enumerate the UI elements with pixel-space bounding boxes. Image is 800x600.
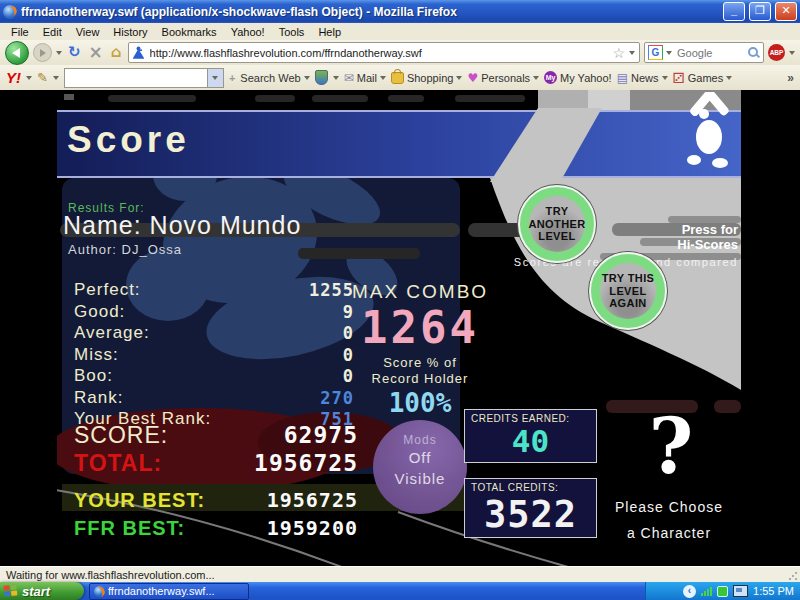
flash-score-screen: Score Press for Hi-Scores (0, 90, 800, 566)
total-row: TOTAL:1956725 (74, 450, 358, 477)
credits-earned-label: CREDITS EARNED: (465, 410, 596, 424)
record-holder-label: Score % of Record Holder (330, 355, 510, 387)
try-another-level-button[interactable]: TRY ANOTHER LEVEL (518, 185, 596, 263)
location-dropdown-caret[interactable] (629, 51, 635, 55)
home-button[interactable]: ⌂ (109, 45, 124, 60)
ffr-best-row: FFR BEST:1959200 (74, 516, 358, 540)
yahoo-logo-caret[interactable] (26, 76, 32, 80)
yahoo-logo[interactable]: Y! (6, 69, 21, 86)
stat-row-perfect: Perfect:1255 (74, 280, 354, 302)
google-search-box: G (644, 42, 764, 63)
toolbar-handle-icon: + (229, 72, 235, 84)
yahoo-shopping[interactable]: Shopping (391, 72, 463, 84)
system-tray: ‹ 1:55 PM (645, 582, 800, 600)
adblock-plus-icon[interactable]: ABP (768, 44, 785, 61)
abp-dropdown-caret[interactable] (789, 51, 795, 55)
try-this-level-again-button[interactable]: TRY THIS LEVEL AGAIN (589, 252, 667, 330)
firefox-icon (94, 586, 105, 597)
search-magnifier-icon[interactable] (747, 46, 760, 59)
close-button[interactable]: ✕ (775, 2, 797, 21)
shield-caret[interactable] (333, 76, 339, 80)
menu-file[interactable]: File (4, 24, 36, 40)
back-button[interactable] (5, 41, 29, 65)
mail-caret[interactable] (380, 76, 386, 80)
forward-button[interactable] (33, 43, 52, 62)
yahoo-my-yahoo[interactable]: My My Yahoo! (544, 71, 612, 84)
menu-view[interactable]: View (69, 24, 107, 40)
windows-flag-icon (3, 584, 18, 598)
mods-circle[interactable]: Mods Off Visible (373, 420, 467, 514)
my-yahoo-icon: My (544, 71, 557, 84)
total-credits-value: 3522 (465, 496, 596, 533)
mail-envelope-icon: ✉ (344, 72, 354, 84)
network-monitor-icon[interactable] (733, 585, 748, 597)
max-combo-block: MAX COMBO 1264 Score % of Record Holder … (330, 281, 510, 417)
pencil-icon[interactable]: ✎ (37, 70, 48, 85)
max-combo-value: 1264 (330, 303, 510, 353)
games-caret[interactable] (726, 76, 732, 80)
mods-visible: Visible (373, 468, 467, 489)
menu-yahoo[interactable]: Yahoo! (224, 24, 272, 40)
tray-status-icon[interactable] (717, 586, 728, 597)
character-question-mark[interactable]: ? (634, 402, 708, 491)
menu-help[interactable]: Help (311, 24, 348, 40)
browser-window: ffrndanotherway.swf (application/x-shock… (0, 0, 800, 600)
yahoo-search-box (64, 68, 224, 88)
status-bar: Waiting for www.flashflashrevolution.com… (0, 566, 800, 583)
toolbar-overflow-chevron[interactable]: » (787, 71, 794, 85)
clock: 1:55 PM (753, 585, 794, 597)
personals-caret[interactable] (533, 76, 539, 80)
menu-history[interactable]: History (106, 24, 154, 40)
hearts-icon: ♥ (467, 72, 478, 84)
location-bar: ☆ (128, 42, 640, 63)
search-input[interactable] (675, 46, 744, 60)
taskbar: start ffrndanotherway.swf... ‹ 1:55 PM (0, 582, 800, 600)
song-name: Name: Novo Mundo (63, 211, 301, 240)
start-button[interactable]: start (0, 582, 84, 600)
yahoo-personals[interactable]: ♥ Personals (467, 72, 539, 84)
dice-icon: ⚂ (673, 72, 685, 84)
menu-bookmarks[interactable]: Bookmarks (155, 24, 224, 40)
shopping-bag-icon (391, 72, 404, 84)
signal-strength-icon[interactable] (701, 586, 712, 596)
menu-edit[interactable]: Edit (36, 24, 69, 40)
total-credits-label: TOTAL CREDITS: (465, 479, 596, 493)
search-web-caret[interactable] (304, 76, 310, 80)
stat-row-good: Good:9 (74, 302, 354, 324)
bookmark-star-icon[interactable]: ☆ (612, 46, 625, 60)
shopping-caret[interactable] (456, 76, 462, 80)
resize-grip[interactable] (788, 571, 798, 581)
window-title: ffrndanotherway.swf (application/x-shock… (21, 5, 719, 19)
news-caret[interactable] (662, 76, 668, 80)
stats-list: Perfect:1255 Good:9 Average:0 Miss:0 Boo… (74, 280, 354, 431)
newspaper-icon: ▤ (617, 72, 628, 84)
credits-earned-value: 40 (465, 426, 596, 457)
firefox-icon (3, 5, 17, 19)
forward-dropdown-caret[interactable] (56, 51, 62, 55)
menu-tools[interactable]: Tools (272, 24, 312, 40)
stop-button[interactable]: × (87, 45, 105, 60)
search-engine-caret[interactable] (666, 51, 672, 55)
site-favicon (133, 46, 144, 59)
score-row: SCORE:62975 (74, 422, 358, 449)
yahoo-news[interactable]: ▤ News (617, 72, 668, 84)
yahoo-mail[interactable]: ✉ Mail (344, 72, 386, 84)
pencil-caret[interactable] (53, 76, 59, 80)
url-input[interactable] (148, 46, 609, 60)
protection-shield-icon[interactable] (315, 70, 328, 85)
yahoo-search-web[interactable]: Search Web (240, 72, 309, 84)
taskbar-task-button[interactable]: ffrndanotherway.swf... (89, 583, 249, 600)
choose-character-label: Please Choose a Character (594, 494, 744, 546)
yahoo-games[interactable]: ⚂ Games (673, 72, 733, 84)
tray-collapse-chevron[interactable]: ‹ (683, 585, 696, 598)
hi-scores-button[interactable]: Press for Hi-Scores (677, 222, 738, 252)
minimize-button[interactable]: _ (723, 2, 745, 21)
yahoo-search-dropdown[interactable] (207, 69, 223, 87)
maximize-button[interactable]: ❐ (749, 2, 771, 21)
song-author: Author: DJ_Ossa (68, 242, 182, 257)
reload-button[interactable]: ↻ (66, 45, 83, 60)
status-text: Waiting for www.flashflashrevolution.com… (6, 569, 215, 581)
score-title: Score (67, 119, 190, 161)
google-icon[interactable]: G (648, 45, 663, 60)
yahoo-search-input[interactable] (65, 69, 207, 87)
